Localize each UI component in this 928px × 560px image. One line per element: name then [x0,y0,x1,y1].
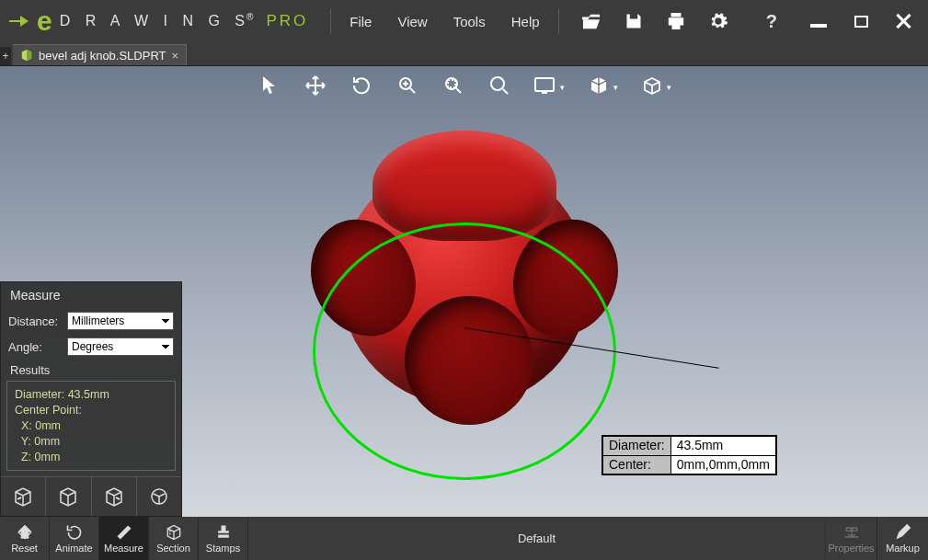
logo-arrow-icon [9,10,31,32]
window-controls: ? [766,11,928,32]
properties-button: Properties [825,517,876,560]
callout-diameter-value: 43.5mm [670,437,775,456]
logo-pro-text: PRO [266,12,308,30]
section-button[interactable]: Section [149,517,199,560]
save-icon[interactable] [624,11,644,31]
distance-unit-select[interactable]: Millimeters [67,312,174,330]
section-label: Section [156,543,190,554]
angle-label: Angle: [8,340,62,354]
pan-tool-icon[interactable] [304,74,327,97]
model-render [317,131,612,434]
box-front-icon[interactable] [1,477,46,516]
menu-bar: File View Tools Help [337,0,552,42]
stamps-label: Stamps [206,543,240,554]
measure-panel-title: Measure [1,282,181,308]
divider [558,8,559,34]
divider [330,8,331,34]
stamps-button[interactable]: Stamps [199,517,248,560]
bottom-toolbar: Reset Animate Measure Section Stamps Def… [0,517,928,560]
tab-close-button[interactable]: × [172,49,179,63]
callout-center-value: 0mm,0mm,0mm [670,455,775,474]
results-box: Diameter: 43.5mm Center Point: X: 0mm Y:… [6,381,176,471]
logo-text: D R A W I N G S® [60,12,254,29]
document-tab[interactable]: bevel adj knob.SLDPRT × [13,44,187,65]
menu-help[interactable]: Help [498,0,553,42]
reset-button[interactable]: Reset [0,517,50,560]
view-orientation-icon[interactable] [640,74,664,97]
measure-panel: Measure Distance: Millimeters Angle: Deg… [0,281,182,517]
svg-rect-2 [448,80,455,87]
help-button[interactable]: ? [766,11,777,32]
result-centerpoint: Center Point: [15,403,167,418]
zoom-icon[interactable] [487,74,511,97]
menu-tools[interactable]: Tools [441,0,498,42]
part-icon [20,49,33,62]
configuration-display[interactable]: Default [248,517,825,560]
maximize-button[interactable] [849,11,873,31]
svg-point-3 [491,77,504,90]
measure-button[interactable]: Measure [99,517,149,560]
title-bar: e D R A W I N G S® PRO File View Tools H… [0,0,928,42]
reset-label: Reset [11,543,38,554]
angle-unit-select[interactable]: Degrees [67,337,174,356]
perspective-icon[interactable] [587,74,611,97]
box-iso-icon[interactable] [137,477,181,516]
result-z: Z: 0mm [15,450,167,465]
svg-rect-4 [535,78,554,91]
zoom-fit-icon[interactable] [395,74,419,97]
menu-view[interactable]: View [384,0,440,42]
box-top-icon[interactable] [46,477,91,516]
select-tool-icon[interactable] [258,74,281,97]
markup-button[interactable]: Markup [876,517,928,560]
close-button[interactable] [891,11,915,31]
result-x: X: 0mm [15,418,167,434]
result-diameter: Diameter: 43.5mm [15,387,167,403]
logo-e-glyph: e [37,7,52,35]
callout-diameter-label: Diameter: [603,437,671,456]
properties-label: Properties [828,543,874,554]
callout-center-label: Center: [603,455,671,474]
viewport-3d[interactable]: Diameter: 43.5mm Center: 0mm,0mm,0mm Mea… [0,66,928,517]
print-icon[interactable] [666,11,686,31]
minimize-button[interactable] [807,11,831,31]
dropdown-caret-icon[interactable] [664,77,671,94]
dropdown-caret-icon[interactable] [557,77,565,94]
tab-filename: bevel adj knob.SLDPRT [39,49,166,63]
markup-label: Markup [886,543,920,554]
rotate-tool-icon[interactable] [349,74,373,97]
settings-icon[interactable] [708,11,728,31]
dropdown-caret-icon[interactable] [611,77,618,94]
tab-add-button[interactable]: + [0,47,11,65]
measure-label: Measure [104,543,143,554]
measurement-callout: Diameter: 43.5mm Center: 0mm,0mm,0mm [601,435,777,475]
box-side-icon[interactable] [92,477,137,516]
results-header: Results [1,360,181,379]
measure-panel-footer [1,476,181,516]
open-icon[interactable] [581,11,601,31]
animate-button[interactable]: Animate [50,517,99,560]
result-y: Y: 0mm [15,434,167,450]
view-toolbar [258,74,671,97]
animate-label: Animate [55,543,92,554]
document-tab-strip: + bevel adj knob.SLDPRT × [0,42,928,66]
zoom-area-icon[interactable] [441,74,465,97]
quick-toolbar [581,11,728,31]
app-logo: e D R A W I N G S® PRO [0,0,325,42]
distance-label: Distance: [8,314,62,328]
menu-file[interactable]: File [337,0,384,42]
display-style-icon[interactable] [533,74,557,97]
